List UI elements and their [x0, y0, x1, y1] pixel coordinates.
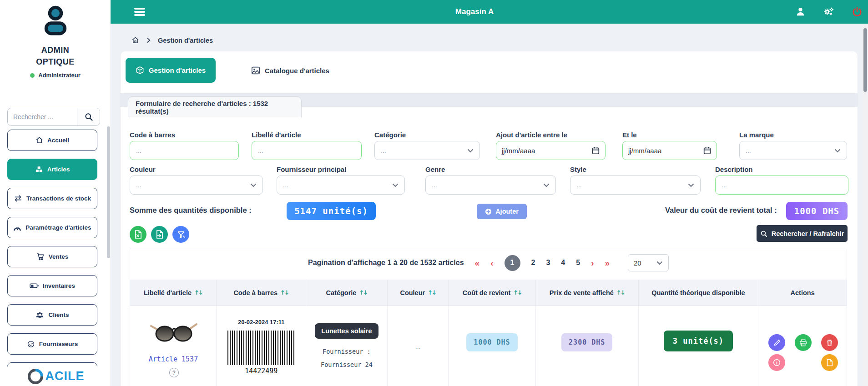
- window-scrollbar-thumb[interactable]: [863, 28, 867, 92]
- field-label-code-barres: Code à barres: [130, 131, 175, 139]
- settings-button[interactable]: [823, 6, 834, 17]
- pagination-page-5[interactable]: 5: [576, 259, 580, 267]
- article-link[interactable]: Article 1537: [130, 355, 217, 363]
- clear-filter-button[interactable]: [172, 226, 189, 243]
- sidebar-search-button[interactable]: [77, 108, 100, 125]
- export-file-button[interactable]: [151, 226, 168, 243]
- chevron-down-icon: [688, 183, 694, 187]
- col-header-prix[interactable]: Prix de vente affiché↑↓: [536, 280, 639, 306]
- sort-icon[interactable]: ↑↓: [513, 289, 521, 296]
- excel-export-icon: [134, 230, 142, 239]
- tab-gestion-articles[interactable]: Gestion d'articles: [126, 58, 216, 83]
- sort-icon[interactable]: ↑↓: [616, 289, 625, 296]
- pagination-page-2[interactable]: 2: [531, 259, 535, 267]
- date-debut-input[interactable]: jj/mm/aaaa: [496, 141, 606, 160]
- sidebar-search-input[interactable]: [8, 108, 77, 125]
- col-header-categorie[interactable]: Catégorie↑↓: [306, 280, 388, 306]
- field-label-categorie: Catégorie: [374, 131, 406, 139]
- sidebar-item-accueil[interactable]: Accueil: [7, 130, 97, 151]
- export-excel-button[interactable]: [130, 226, 146, 243]
- sort-icon[interactable]: ↑↓: [428, 289, 436, 296]
- category-badge: Lunettes solaire: [315, 323, 378, 339]
- sidebar-item-parametrage[interactable]: Paramétrage d'articles: [7, 217, 97, 238]
- chevron-down-icon: [250, 183, 257, 187]
- col-header-libelle[interactable]: Libellé d'article↑↓: [130, 280, 217, 306]
- code-barres-input[interactable]: [130, 147, 238, 154]
- field-label-libelle: Libellé d'article: [252, 131, 301, 139]
- pagination-page-4[interactable]: 4: [561, 259, 565, 267]
- sidebar-item-clients[interactable]: Clients: [7, 304, 97, 326]
- field-label-genre: Genre: [425, 165, 445, 173]
- calendar-icon[interactable]: [592, 146, 600, 155]
- cell-categorie: Lunettes solaire Fournisseur : Fournisse…: [306, 306, 388, 386]
- print-icon: [799, 339, 807, 346]
- user-name-line2: OPTIQUE: [0, 57, 111, 67]
- settings-gears-icon: [823, 6, 834, 17]
- sidebar-item-fournisseurs[interactable]: Fournisseurs: [7, 333, 97, 355]
- table-row: Article 1537 ? 20-02-2024 17:11 14422499…: [130, 306, 847, 386]
- pagination-page-3[interactable]: 3: [546, 259, 550, 267]
- form-title-tab: Formulaire de recherche d'articles : 153…: [128, 96, 302, 117]
- cell-prix: 2300 DHS: [536, 306, 639, 386]
- pagination-prev[interactable]: ‹: [490, 259, 493, 267]
- marque-select[interactable]: ...: [739, 141, 847, 160]
- cube-icon: [136, 66, 144, 75]
- sidebar: ADMIN OPTIQUE Administrateur Accueil Art…: [0, 0, 111, 386]
- description-input[interactable]: [716, 181, 848, 189]
- chevron-down-icon: [834, 149, 841, 153]
- chevron-down-icon: [467, 149, 474, 153]
- field-label-fournisseur: Fournisseur principal: [277, 165, 346, 173]
- breadcrumb-current: Gestion d'articles: [158, 37, 213, 44]
- pagination-next[interactable]: ›: [591, 259, 594, 267]
- print-button[interactable]: [795, 334, 812, 351]
- user-name-line1: ADMIN: [0, 45, 111, 55]
- genre-select[interactable]: ...: [425, 175, 556, 195]
- home-icon[interactable]: [131, 36, 139, 44]
- sidebar-item-inventaires[interactable]: Clients Inventaires: [7, 275, 97, 296]
- couleur-select[interactable]: ...: [130, 175, 263, 195]
- help-question-icon[interactable]: ?: [169, 368, 179, 377]
- user-account-button[interactable]: [795, 6, 806, 17]
- edit-button[interactable]: [768, 334, 785, 351]
- sidebar-search: [7, 108, 100, 126]
- cell-couleur: ...: [388, 306, 449, 386]
- search-icon: [760, 230, 767, 237]
- field-label-style: Style: [570, 165, 586, 173]
- search-refresh-button[interactable]: Rechercher / Rafraîchir: [757, 225, 848, 242]
- col-header-code-barres[interactable]: Code à barres↑↓: [217, 280, 306, 306]
- pagination-info: Pagination d'affichage 1 à 20 de 1532 ar…: [308, 259, 464, 267]
- categorie-select[interactable]: ...: [374, 141, 480, 160]
- sidebar-item-articles[interactable]: Articles: [7, 159, 97, 180]
- pagination-page-1[interactable]: 1: [505, 255, 520, 271]
- sort-icon[interactable]: ↑↓: [194, 289, 202, 296]
- logout-button[interactable]: [852, 6, 863, 17]
- document-button[interactable]: [821, 354, 838, 371]
- home-icon: [35, 136, 43, 144]
- sidebar-item-ventes[interactable]: Ventes: [7, 246, 97, 267]
- col-header-couleur[interactable]: Couleur↑↓: [388, 280, 449, 306]
- sort-icon[interactable]: ↑↓: [359, 289, 367, 296]
- tab-catalogue-articles[interactable]: Catalogue d'articles: [251, 65, 329, 76]
- libelle-input[interactable]: [252, 147, 361, 154]
- add-article-button[interactable]: Ajouter: [477, 204, 527, 219]
- sidebar-scrollbar-thumb[interactable]: [107, 126, 110, 258]
- pagination-first[interactable]: «: [475, 259, 480, 267]
- image-icon: [251, 66, 260, 75]
- logo-text: ACILE: [45, 369, 85, 383]
- user-icon: [795, 6, 806, 17]
- description-field: [715, 175, 848, 195]
- date-fin-input[interactable]: jj/mm/aaaa: [622, 141, 717, 160]
- style-select[interactable]: ...: [570, 175, 701, 195]
- page-size-select[interactable]: 20: [628, 254, 669, 271]
- cost-badge: 1000 DHS: [466, 333, 517, 351]
- sort-icon[interactable]: ↑↓: [280, 289, 288, 296]
- code-barres-field: [130, 141, 239, 160]
- edit-icon: [773, 339, 781, 346]
- delete-button[interactable]: [821, 334, 838, 351]
- pagination-last[interactable]: »: [605, 259, 610, 267]
- info-button[interactable]: [768, 354, 785, 371]
- calendar-icon[interactable]: [703, 146, 711, 155]
- sidebar-item-transactions[interactable]: Transactions de stock: [7, 188, 97, 209]
- col-header-cout[interactable]: Coût de revient↑↓: [449, 280, 536, 306]
- fournisseur-principal-select[interactable]: ...: [277, 175, 405, 195]
